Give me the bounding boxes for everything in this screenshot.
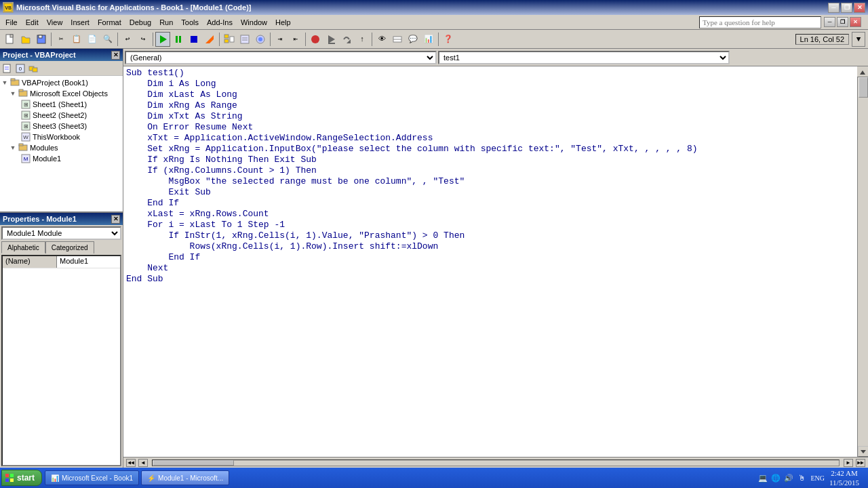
- toggle-folders-btn[interactable]: [27, 62, 39, 75]
- copy-button[interactable]: 📋: [69, 32, 84, 47]
- horizontal-scroll-thumb[interactable]: [153, 460, 234, 466]
- step-out-button[interactable]: ↑: [355, 32, 370, 47]
- menu-insert[interactable]: Insert: [66, 16, 94, 29]
- locals-window-button[interactable]: [390, 32, 405, 47]
- scroll-left-btn[interactable]: ◀: [138, 459, 148, 467]
- properties-button[interactable]: [237, 32, 252, 47]
- code-textarea[interactable]: Sub test1() Dim i As Long Dim xLast As L…: [123, 66, 857, 457]
- help-search-input[interactable]: [699, 16, 821, 28]
- menu-format[interactable]: Format: [94, 16, 125, 29]
- tree-thisworkbook[interactable]: W ThisWorkbook: [1, 131, 121, 142]
- menu-addins[interactable]: Add-Ins: [203, 16, 237, 29]
- minimize-button[interactable]: ─: [828, 3, 840, 13]
- toolbar: ✂ 📋 📄 🔍 ↩ ↪ ⇥ ⇤ ↑ 👁 💬 📊 ❓: [0, 30, 868, 49]
- step-into-button[interactable]: [323, 32, 338, 47]
- procedure-dropdown[interactable]: test1: [438, 51, 730, 64]
- title-bar: VB Microsoft Visual Basic for Applicatio…: [0, 0, 868, 15]
- immediate-window-button[interactable]: 💬: [406, 32, 420, 47]
- taskbar-excel-item[interactable]: 📊 Microsoft Excel - Book1: [45, 470, 139, 485]
- properties-panel-close[interactable]: ✕: [111, 215, 120, 224]
- inner-minimize-button[interactable]: ─: [824, 17, 835, 27]
- menu-file[interactable]: File: [1, 16, 22, 29]
- run-macro-button[interactable]: [155, 32, 170, 47]
- design-mode-button[interactable]: [202, 32, 217, 47]
- start-label: start: [17, 473, 35, 483]
- properties-panel: Properties - Module1 ✕ Module1 Module Al…: [0, 213, 123, 468]
- vertical-scrollbar[interactable]: [857, 66, 868, 457]
- svg-rect-25: [3, 64, 10, 73]
- scroll-left-begin-btn[interactable]: ◀◀: [126, 459, 136, 467]
- object-browser-button[interactable]: [253, 32, 268, 47]
- scroll-right-btn[interactable]: ▶: [844, 459, 853, 467]
- reset-button[interactable]: [186, 32, 201, 47]
- open-button[interactable]: [18, 32, 33, 47]
- project-explorer-button[interactable]: [222, 32, 237, 47]
- sep4: [219, 33, 220, 46]
- taskbar: start 📊 Microsoft Excel - Book1 ⚡ Module…: [0, 468, 868, 488]
- break-button[interactable]: [171, 32, 186, 47]
- menu-help[interactable]: Help: [271, 16, 295, 29]
- title-controls: ─ ❐ ✕: [828, 3, 865, 13]
- menu-tools[interactable]: Tools: [177, 16, 203, 29]
- inner-restore-button[interactable]: ❐: [837, 17, 848, 27]
- undo-button[interactable]: ↩: [120, 32, 135, 47]
- svg-rect-35: [19, 89, 23, 92]
- tab-categorized[interactable]: Categorized: [45, 241, 94, 253]
- status-toolbar-area: Ln 16, Col 52 ▼: [795, 32, 865, 47]
- tree-vbaproject[interactable]: ▼ VBAProject (Book1): [1, 77, 121, 88]
- project-panel-close[interactable]: ✕: [111, 51, 120, 60]
- tray-icon-2[interactable]: 🌐: [770, 472, 781, 483]
- tray-icon-1[interactable]: 💻: [757, 472, 768, 483]
- editor-dropdown-bar: (General) test1: [123, 49, 868, 66]
- find-button[interactable]: 🔍: [100, 32, 115, 47]
- menu-view[interactable]: View: [43, 16, 67, 29]
- menu-edit[interactable]: Edit: [22, 16, 43, 29]
- restore-button[interactable]: ❐: [841, 3, 852, 13]
- new-button[interactable]: [3, 32, 18, 47]
- left-panel: Project - VBAProject ✕ O ▼ VB: [0, 49, 123, 468]
- properties-object-dropdown[interactable]: Module1 Module: [1, 226, 121, 240]
- horizontal-scrollbar-track[interactable]: [152, 460, 840, 466]
- taskbar-vba-item[interactable]: ⚡ Module1 - Microsoft...: [141, 470, 229, 485]
- menu-window[interactable]: Window: [237, 16, 271, 29]
- view-object-btn[interactable]: O: [14, 62, 26, 75]
- view-code-btn[interactable]: [1, 62, 14, 75]
- title-bar-left: VB Microsoft Visual Basic for Applicatio…: [3, 2, 252, 13]
- tree-module1[interactable]: M Module1: [1, 153, 121, 164]
- redo-button[interactable]: ↪: [136, 32, 151, 47]
- ln-col-expand[interactable]: ▼: [852, 32, 865, 47]
- system-clock[interactable]: 2:42 AM 11/5/2015: [827, 468, 861, 487]
- menu-run[interactable]: Run: [155, 16, 177, 29]
- watch-window-button[interactable]: 👁: [374, 32, 389, 47]
- indent-button[interactable]: ⇥: [273, 32, 288, 47]
- tree-excel-objects[interactable]: ▼ Microsoft Excel Objects: [1, 88, 121, 99]
- tree-sheet2[interactable]: ⊞ Sheet2 (Sheet2): [1, 110, 121, 121]
- breakpoint-button[interactable]: [308, 32, 323, 47]
- close-button[interactable]: ✕: [854, 3, 865, 13]
- save-button[interactable]: [34, 32, 49, 47]
- menu-bar: File Edit View Insert Format Debug Run T…: [0, 15, 868, 30]
- start-button[interactable]: start: [1, 470, 42, 486]
- general-dropdown[interactable]: (General): [125, 51, 437, 64]
- outdent-button[interactable]: ⇤: [288, 32, 303, 47]
- props-name-value[interactable]: Module1: [57, 256, 120, 268]
- tree-modules[interactable]: ▼ Modules: [1, 142, 121, 153]
- call-stack-button[interactable]: 📊: [421, 32, 436, 47]
- tray-icon-3[interactable]: 🔊: [783, 472, 794, 483]
- cut-button[interactable]: ✂: [54, 32, 68, 47]
- svg-rect-49: [10, 474, 14, 477]
- step-over-button[interactable]: [339, 32, 354, 47]
- help-button[interactable]: ❓: [441, 32, 456, 47]
- tab-alphabetic[interactable]: Alphabetic: [1, 241, 45, 253]
- menu-debug[interactable]: Debug: [125, 16, 155, 29]
- scroll-up-btn[interactable]: [857, 66, 868, 77]
- scroll-right-end-btn[interactable]: ▶▶: [856, 459, 865, 467]
- inner-close-button[interactable]: ✕: [850, 17, 861, 27]
- scroll-down-arrow[interactable]: [858, 446, 869, 457]
- tree-sheet3[interactable]: ⊞ Sheet3 (Sheet3): [1, 121, 121, 131]
- keyboard-icon[interactable]: 🖱: [796, 472, 807, 483]
- project-panel: Project - VBAProject ✕ O ▼ VB: [0, 49, 123, 213]
- paste-button[interactable]: 📄: [85, 32, 100, 47]
- tree-sheet1[interactable]: ⊞ Sheet1 (Sheet1): [1, 99, 121, 110]
- scroll-thumb[interactable]: [859, 77, 868, 98]
